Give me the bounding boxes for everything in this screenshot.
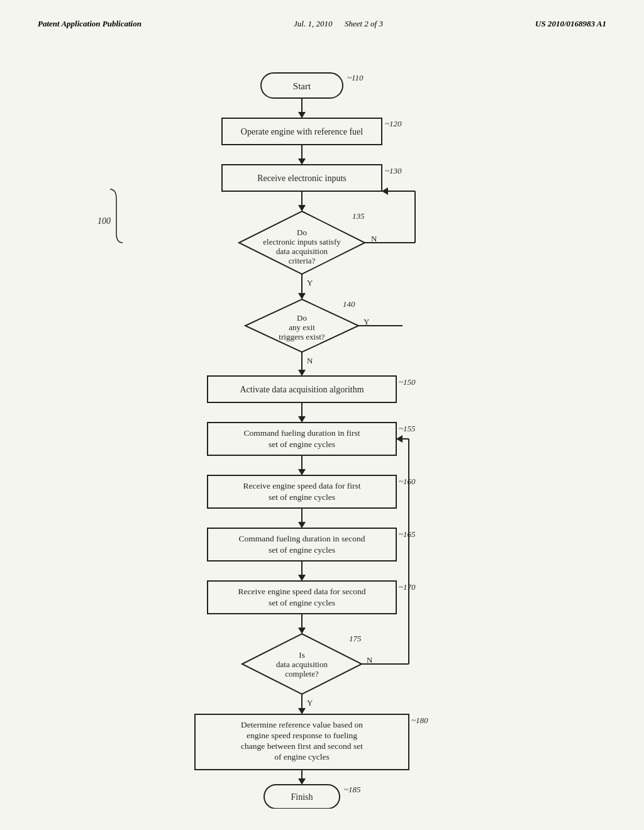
svg-marker-75 <box>396 435 402 443</box>
header-publication-label: Patent Application Publication <box>38 19 142 28</box>
svg-marker-15 <box>298 205 306 211</box>
svg-text:Y: Y <box>307 278 313 287</box>
page: Patent Application Publication Jul. 1, 2… <box>0 0 644 830</box>
svg-text:Command fueling duration in se: Command fueling duration in second <box>239 534 365 543</box>
svg-text:set of engine cycles: set of engine cycles <box>269 545 335 555</box>
header-left: Patent Application Publication <box>38 19 142 29</box>
svg-text:complete?: complete? <box>285 669 319 678</box>
svg-marker-47 <box>298 469 306 475</box>
svg-rect-54 <box>208 528 396 561</box>
svg-marker-4 <box>298 112 306 118</box>
svg-text:~160: ~160 <box>399 477 416 486</box>
svg-marker-36 <box>298 370 306 376</box>
header-right: US 2010/0168983 A1 <box>535 19 606 29</box>
header: Patent Application Publication Jul. 1, 2… <box>0 0 644 35</box>
header-center: Jul. 1, 2010 Sheet 2 of 3 <box>294 19 383 29</box>
svg-text:data acquisition: data acquisition <box>276 246 328 256</box>
svg-marker-59 <box>298 575 306 581</box>
svg-text:Determine reference value base: Determine reference value based on <box>241 720 363 729</box>
svg-text:~185: ~185 <box>344 785 361 794</box>
svg-marker-41 <box>298 416 306 423</box>
svg-marker-26 <box>298 293 306 299</box>
svg-text:set of engine cycles: set of engine cycles <box>269 440 335 449</box>
svg-text:~170: ~170 <box>399 582 416 592</box>
header-patent: US 2010/0168983 A1 <box>535 19 606 28</box>
svg-text:Do: Do <box>297 313 307 323</box>
svg-text:Y: Y <box>307 698 313 707</box>
svg-rect-60 <box>208 581 396 614</box>
svg-text:criteria?: criteria? <box>289 256 316 265</box>
svg-marker-65 <box>298 628 306 634</box>
svg-text:Activate data acquisition algo: Activate data acquisition algorithm <box>240 385 364 394</box>
svg-text:~150: ~150 <box>399 377 416 387</box>
svg-text:N: N <box>371 234 377 243</box>
svg-rect-48 <box>208 475 396 508</box>
svg-text:N: N <box>307 356 313 365</box>
svg-text:135: 135 <box>352 211 365 221</box>
svg-text:Command fueling duration in fi: Command fueling duration in first <box>243 428 360 438</box>
svg-text:Y: Y <box>364 317 370 326</box>
flowchart-svg: Start ~110 Operate engine with reference… <box>0 35 644 809</box>
svg-text:Operate engine with reference : Operate engine with reference fuel <box>241 127 363 136</box>
svg-marker-93 <box>382 187 388 195</box>
svg-rect-42 <box>208 423 396 455</box>
svg-marker-86 <box>298 778 306 785</box>
svg-text:~130: ~130 <box>385 166 402 175</box>
svg-text:any exit: any exit <box>289 323 315 332</box>
svg-text:change between first and secon: change between first and second set <box>241 741 363 751</box>
svg-text:Receive electronic inputs: Receive electronic inputs <box>257 174 347 183</box>
svg-text:175: 175 <box>349 634 362 643</box>
header-sheet: Sheet 2 of 3 <box>345 19 383 28</box>
svg-text:data acquisition: data acquisition <box>276 660 328 669</box>
svg-text:Receive engine speed data for : Receive engine speed data for second <box>238 587 366 596</box>
svg-text:~165: ~165 <box>399 529 416 539</box>
svg-text:100: 100 <box>97 216 111 226</box>
svg-text:140: 140 <box>343 299 355 309</box>
svg-text:Do: Do <box>297 228 307 237</box>
svg-marker-9 <box>298 158 306 165</box>
svg-text:Finish: Finish <box>291 792 313 802</box>
svg-text:engine speed response to fueli: engine speed response to fueling <box>247 731 357 740</box>
svg-text:Receive engine speed data for : Receive engine speed data for first <box>243 481 360 490</box>
svg-text:set of engine cycles: set of engine cycles <box>269 492 335 502</box>
svg-text:electronic inputs satisfy: electronic inputs satisfy <box>263 237 341 246</box>
header-date: Jul. 1, 2010 <box>294 19 332 28</box>
svg-text:set of engine cycles: set of engine cycles <box>269 598 335 607</box>
svg-text:~180: ~180 <box>411 716 428 725</box>
svg-text:Start: Start <box>293 81 311 91</box>
svg-text:triggers exist?: triggers exist? <box>279 332 325 341</box>
svg-text:~155: ~155 <box>399 424 416 433</box>
svg-text:~120: ~120 <box>385 119 402 128</box>
svg-marker-78 <box>298 708 306 714</box>
svg-text:of engine cycles: of engine cycles <box>274 752 330 761</box>
svg-marker-53 <box>298 522 306 528</box>
svg-text:N: N <box>367 655 373 665</box>
svg-text:~110: ~110 <box>347 73 364 82</box>
svg-text:Is: Is <box>299 650 304 660</box>
